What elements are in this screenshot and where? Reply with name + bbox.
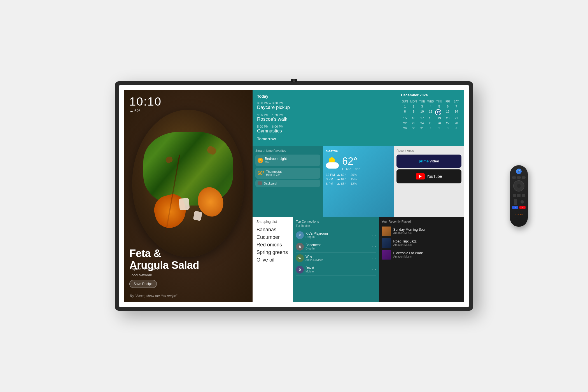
music-name-1: Sunday Morning Soul — [393, 228, 462, 232]
conn-status-1: Drop In — [305, 235, 370, 239]
remote-mic-button[interactable] — [516, 169, 522, 174]
cal-day-17: 17 — [418, 116, 426, 120]
connection-item-1[interactable]: K Kid's Playroom Drop In ⋯ — [296, 230, 376, 241]
conn-name-1: Kid's Playroom — [305, 232, 370, 235]
calendar-events: Today 3:00 PM – 3:30 PM Daycare pickup 4… — [253, 90, 397, 146]
forecast-temp-3: 65° — [341, 182, 349, 185]
cal-day-22: 22 — [401, 121, 409, 125]
album-art-1 — [382, 227, 391, 236]
thermostat-temp: 68° — [258, 171, 264, 176]
music-source-3: Amazon Music — [393, 255, 462, 258]
forecast-cloud-icon-1: ☁ — [337, 173, 340, 176]
connection-item-4[interactable]: D David Mobile ⋯ — [296, 264, 376, 276]
conn-info-2: Basement Drop In — [305, 243, 370, 250]
cloud-body — [326, 162, 339, 169]
thermostat-status: Heat to 72° — [266, 173, 282, 176]
forecast-pct-2: 15% — [351, 178, 357, 181]
cal-header-sun: SUN — [401, 99, 409, 104]
bedroom-light-item[interactable]: 💡 Bedroom Light On — [255, 155, 320, 166]
event-item-3: 5:00 PM – 6:00 PM Gymnastics — [257, 125, 393, 134]
calendar-grid: SUN MON TUE WED THU FRI SAT 1 2 3 4 — [401, 99, 460, 130]
bedroom-light-name: Bedroom Light — [265, 157, 287, 161]
conn-info-3: Wife Alexa Devices — [305, 255, 370, 262]
remote-netflix-button[interactable]: N — [519, 206, 526, 209]
remote-rewind-button[interactable] — [513, 194, 516, 197]
youtube-label: YouTube — [426, 174, 442, 179]
connection-item-2[interactable]: B Basement Drop In ⋯ — [296, 241, 376, 253]
event-time-1: 3:00 PM – 3:30 PM — [257, 101, 393, 105]
shopping-item-1: Bananas — [256, 226, 289, 234]
tomorrow-label: Tomorrow — [257, 137, 393, 141]
cal-day-28: 28 — [452, 121, 460, 125]
tv-frame: 10:10 ☁ 62° Popular Recipes Feta &Arugul… — [115, 81, 473, 311]
cal-header-thu: THU — [435, 99, 443, 104]
conn-dots-1: ⋯ — [372, 233, 376, 237]
shopping-item-2: Cucumber — [256, 234, 289, 241]
shopping-item-3: Red onions — [256, 241, 289, 249]
remote-home-button[interactable] — [517, 176, 521, 179]
event-item-1: 3:00 PM – 3:30 PM Daycare pickup — [257, 101, 393, 110]
remote-forward-button[interactable] — [522, 194, 525, 197]
remote-menu-button[interactable] — [522, 176, 526, 179]
music-name-2: Road Trip: Jazz — [393, 239, 462, 243]
fire-tv-brand-text: fire tv — [515, 213, 523, 216]
remote-volume-button[interactable] — [514, 199, 517, 205]
conn-avatar-1: K — [296, 231, 304, 239]
remote-play-pause-button[interactable] — [517, 194, 521, 197]
cal-day-23: 23 — [410, 121, 418, 125]
backyard-name: Backyard — [264, 182, 277, 185]
recipe-panel: 10:10 ☁ 62° Popular Recipes Feta &Arugul… — [124, 90, 253, 302]
shopping-list-title: Shopping List — [256, 220, 289, 224]
cal-day-13: 13 — [444, 109, 452, 115]
youtube-button[interactable]: YouTube — [396, 169, 461, 183]
remote-prime-button[interactable]: P — [512, 206, 518, 209]
cal-day-15: 15 — [401, 116, 409, 120]
forecast-row-3: 6 PM ☁ 65° 12% — [326, 182, 391, 185]
conn-dots-3: ⋯ — [372, 256, 376, 260]
conn-dots-2: ⋯ — [372, 244, 376, 249]
remote-dpad[interactable] — [513, 180, 524, 192]
remote-top-buttons — [512, 176, 526, 179]
remote-back-button[interactable] — [512, 176, 516, 179]
recent-apps-widget: Recent Apps prime video YouTube — [394, 146, 464, 217]
forecast-temp-1: 62° — [341, 173, 349, 176]
youtube-play-icon — [416, 173, 425, 179]
weather-low: 48° — [355, 167, 360, 171]
thermostat-item[interactable]: 68° Thermostat Heat to 72° — [255, 168, 320, 179]
bulb-icon: 💡 — [258, 158, 263, 163]
time-value: 10:10 — [129, 96, 162, 108]
save-recipe-button[interactable]: Save Recipe — [129, 280, 157, 288]
thermostat-name: Thermostat — [266, 170, 282, 173]
cal-day-next-2: 2 — [435, 126, 443, 130]
forecast-temp-2: 64° — [341, 178, 349, 181]
remote-streaming-buttons: P N — [512, 206, 526, 209]
smart-home-widget: Smart Home Favorites 💡 Bedroom Light On — [253, 146, 323, 217]
weather-high: 65° — [346, 167, 351, 171]
forecast-time-1: 12 PM — [326, 173, 336, 176]
music-item-2[interactable]: Road Trip: Jazz Amazon Music — [382, 237, 462, 249]
music-item-1[interactable]: Sunday Morning Soul Amazon Music — [382, 225, 462, 237]
cal-day-14: 14 — [452, 109, 460, 115]
weather-city: Seattle — [326, 149, 391, 153]
conn-name-4: David — [305, 266, 370, 270]
cal-day-24: 24 — [418, 121, 426, 125]
music-item-3[interactable]: Electronic For Work Amazon Music — [382, 249, 462, 261]
music-info-1: Sunday Morning Soul Amazon Music — [393, 228, 462, 235]
recent-apps-title: Recent Apps — [396, 149, 461, 152]
music-name-3: Electronic For Work — [393, 251, 462, 255]
cal-day-20: 20 — [444, 116, 452, 120]
remote-mute-button[interactable] — [521, 200, 524, 204]
weather-temp: 62° — [342, 155, 360, 167]
conn-avatar-4: D — [296, 266, 304, 274]
cal-day-3: 3 — [418, 104, 426, 109]
conn-status-2: Drop In — [305, 247, 370, 250]
recently-played-widget: Your Recently Played Sunday Morning Soul… — [379, 217, 465, 302]
cal-day-1: 1 — [401, 104, 409, 109]
connection-item-3[interactable]: W Wife Alexa Devices ⋯ — [296, 253, 376, 264]
backyard-item[interactable]: Backyard — [255, 180, 320, 187]
weather-widget: Seattle 62° H: 65° L: 48° — [323, 146, 394, 217]
fire-tv-remote[interactable]: P N fire tv — [510, 165, 528, 227]
music-info-2: Road Trip: Jazz Amazon Music — [393, 239, 462, 246]
album-art-3 — [382, 250, 391, 260]
prime-video-button[interactable]: prime video — [396, 155, 461, 168]
